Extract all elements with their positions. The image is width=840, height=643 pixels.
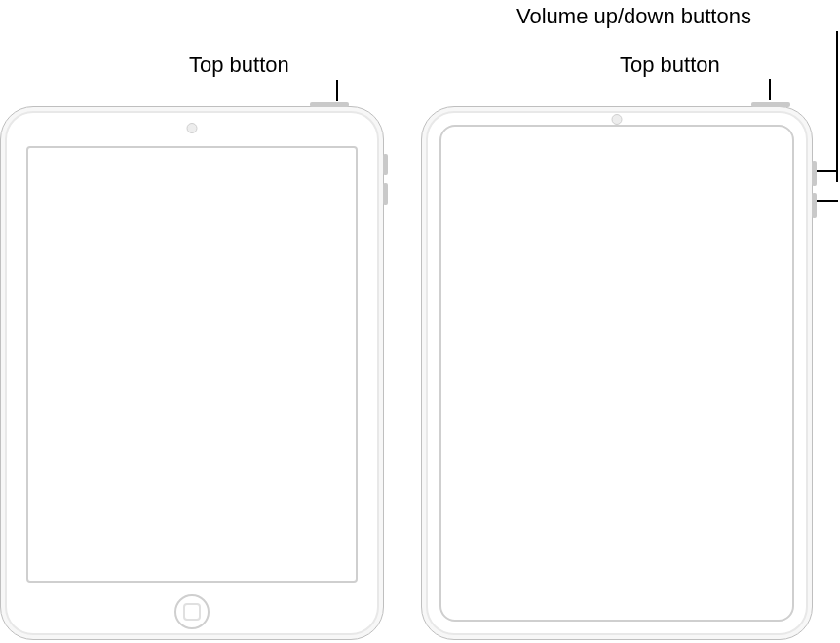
ipad-screen bbox=[439, 125, 794, 622]
top-button-icon bbox=[310, 102, 349, 107]
volume-up-button-icon bbox=[812, 161, 817, 186]
front-camera-icon bbox=[612, 114, 623, 125]
leader-line bbox=[836, 31, 838, 182]
leader-line bbox=[769, 79, 771, 100]
diagram-stage: Top button Top button Volume up/down but… bbox=[0, 0, 840, 643]
leader-line bbox=[336, 80, 338, 101]
front-camera-icon bbox=[187, 123, 198, 133]
home-button-icon bbox=[174, 594, 210, 629]
volume-down-button-icon bbox=[812, 193, 817, 218]
volume-buttons-label: Volume up/down buttons bbox=[516, 5, 751, 28]
top-button-icon bbox=[751, 102, 790, 107]
side-button-icon bbox=[383, 183, 388, 205]
ipad-with-home-button bbox=[0, 106, 384, 640]
top-button-label-right: Top button bbox=[620, 54, 720, 77]
leader-line bbox=[817, 200, 838, 202]
side-button-icon bbox=[383, 154, 388, 175]
leader-line bbox=[817, 170, 838, 172]
top-button-label-left: Top button bbox=[189, 54, 289, 77]
ipad-without-home-button bbox=[421, 106, 813, 640]
ipad-screen bbox=[26, 146, 358, 583]
